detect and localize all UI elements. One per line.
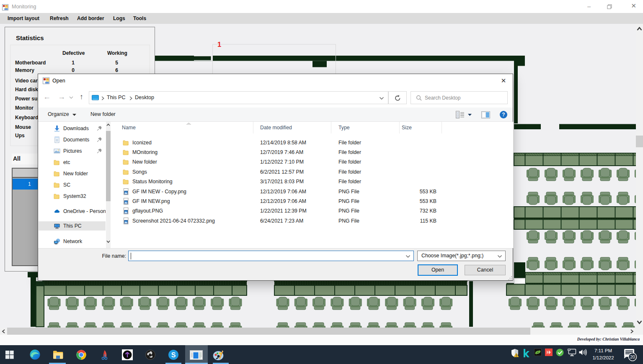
svg-text:20: 20 xyxy=(630,354,635,359)
svg-text:1: 1 xyxy=(217,41,221,48)
svg-text:S: S xyxy=(171,351,176,359)
